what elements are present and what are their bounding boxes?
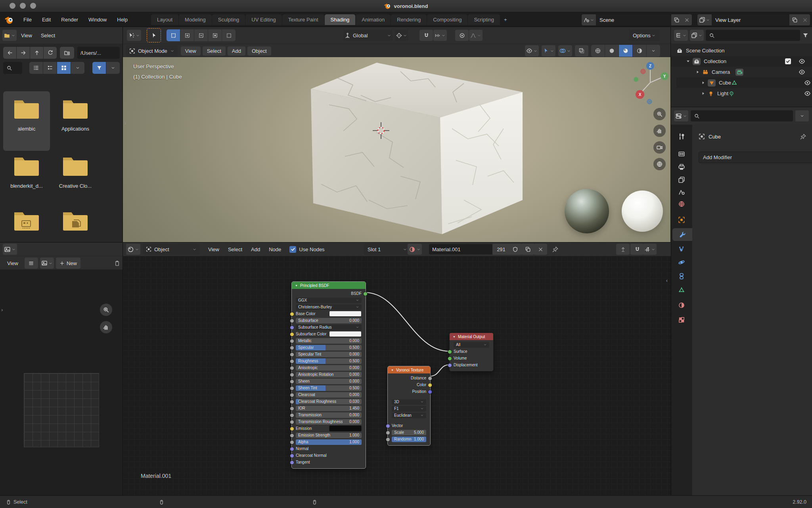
- node-snap-toggle[interactable]: [630, 244, 644, 255]
- shader-menu-node[interactable]: Node: [264, 245, 285, 254]
- properties-editor-type-button[interactable]: [674, 110, 688, 121]
- proportional-falloff-dropdown[interactable]: [469, 30, 483, 41]
- node-input-anisotropic-rotation[interactable]: Anisotropic Rotation0.000: [296, 371, 362, 378]
- display-thumbnails-button[interactable]: [57, 62, 71, 74]
- path-field[interactable]: /Users/...: [77, 47, 120, 59]
- viewport-perspective-button[interactable]: [653, 158, 666, 170]
- sidebar-toggle-chevron[interactable]: ›: [1, 307, 3, 313]
- node-value[interactable]: Transmission0.000: [296, 412, 362, 418]
- color-swatch[interactable]: [329, 425, 362, 431]
- node-input-emission-strength[interactable]: Emission Strength1.000: [296, 432, 362, 439]
- collapse-icon[interactable]: ▼: [391, 369, 394, 371]
- display-list-horizontal-button[interactable]: [43, 62, 57, 74]
- node-input-subsurface-color[interactable]: Subsurface Color: [296, 331, 362, 337]
- fake-user-button[interactable]: [508, 244, 522, 255]
- image-editor-canvas[interactable]: ›: [0, 269, 123, 495]
- node-input-f1[interactable]: F1: [392, 405, 426, 412]
- viewport-menu-view[interactable]: View: [181, 46, 201, 56]
- node-value[interactable]: Anisotropic0.000: [296, 365, 362, 371]
- node-input-3d[interactable]: 3D: [392, 398, 426, 405]
- gray-socket[interactable]: [290, 406, 294, 411]
- node-value[interactable]: IOR1.450: [296, 406, 362, 411]
- image-pan-button[interactable]: [100, 321, 112, 333]
- tab-compositing[interactable]: Compositing: [427, 14, 467, 25]
- material-name-field[interactable]: Material.001: [429, 244, 492, 254]
- mode-dropdown[interactable]: Object Mode: [126, 45, 178, 56]
- blue-socket[interactable]: [428, 390, 432, 394]
- view-layer-new-button[interactable]: [789, 14, 800, 25]
- node-value[interactable]: Clearcoat0.000: [296, 392, 362, 398]
- browse-image-button[interactable]: [40, 258, 54, 269]
- overlays-dropdown[interactable]: [558, 45, 572, 56]
- gray-socket[interactable]: [290, 352, 294, 357]
- node-slider[interactable]: Alpha1.000: [296, 439, 362, 445]
- hide-toggle[interactable]: [799, 58, 805, 65]
- folder-item[interactable]: Applications: [52, 91, 99, 151]
- tweak-tool-dropdown[interactable]: [127, 30, 141, 41]
- image-editor-type-button[interactable]: [3, 244, 17, 255]
- tab-layout[interactable]: Layout: [151, 14, 178, 25]
- node-input-anisotropic[interactable]: Anisotropic0.000: [296, 364, 362, 371]
- active-tool-button[interactable]: [147, 28, 161, 42]
- properties-tab-view-layer[interactable]: [671, 173, 692, 186]
- use-nodes-toggle[interactable]: Use Nodes: [289, 246, 324, 253]
- node-input-sheen[interactable]: Sheen0.000: [296, 378, 362, 385]
- node-voronoi-texture[interactable]: ▼Voronoi TextureDistanceColorPosition3DF…: [387, 366, 431, 446]
- collapse-icon[interactable]: [686, 59, 690, 64]
- node-slider[interactable]: Randomness1.000: [392, 437, 426, 442]
- properties-tab-tool[interactable]: [671, 130, 692, 143]
- menu-help[interactable]: Help: [112, 15, 133, 24]
- shader-menu-view[interactable]: View: [204, 245, 224, 254]
- expand-icon[interactable]: [701, 81, 705, 85]
- properties-tab-scene[interactable]: [671, 186, 692, 198]
- yellow-socket[interactable]: [290, 427, 294, 431]
- menu-file[interactable]: File: [18, 15, 37, 24]
- outliner-filter-mode-dropdown[interactable]: [690, 30, 704, 41]
- shader-type-dropdown[interactable]: Object: [143, 244, 200, 255]
- select-mode-extend-button[interactable]: [180, 29, 194, 41]
- menu-edit[interactable]: Edit: [37, 15, 56, 24]
- shader-editor-type-button[interactable]: [126, 244, 140, 255]
- node-dropdown[interactable]: All: [454, 342, 489, 348]
- node-input-base-color[interactable]: Base Color: [296, 310, 362, 317]
- purple-socket[interactable]: [448, 363, 452, 368]
- node-dropdown[interactable]: F1: [392, 406, 426, 412]
- menu-render[interactable]: Render: [56, 15, 83, 24]
- node-dropdown[interactable]: Subsurface Radius: [296, 325, 362, 330]
- properties-tab-object[interactable]: [671, 214, 692, 226]
- pivot-point-dropdown[interactable]: [395, 30, 408, 41]
- node-input-transmission-roughness[interactable]: Transmission Roughness0.000: [296, 418, 362, 425]
- purple-socket[interactable]: [290, 460, 294, 465]
- folder-item[interactable]: blenderkit_d...: [3, 148, 50, 208]
- image-pin-menu-button[interactable]: [25, 258, 38, 269]
- node-snap-dropdown[interactable]: [643, 244, 657, 255]
- refresh-button[interactable]: [44, 47, 57, 59]
- blender-menu-icon[interactable]: [5, 15, 14, 25]
- node-value[interactable]: Metallic0.000: [296, 338, 362, 344]
- reroute-button[interactable]: [616, 244, 630, 255]
- node-input-subsurface[interactable]: Subsurface0.000: [296, 317, 362, 324]
- folder-item[interactable]: alembic: [3, 91, 50, 151]
- forward-button[interactable]: [17, 47, 30, 59]
- node-input-all[interactable]: All: [454, 341, 489, 348]
- outliner-filter-icon[interactable]: [802, 32, 809, 39]
- snap-settings-dropdown[interactable]: [433, 30, 447, 41]
- node-material-output[interactable]: ▼Material OutputAllSurfaceVolumeDisplace…: [449, 333, 494, 371]
- node-value[interactable]: Transmission Roughness0.000: [296, 419, 362, 425]
- node-input-alpha[interactable]: Alpha1.000: [296, 439, 362, 445]
- hide-toggle[interactable]: [804, 79, 811, 86]
- shader-canvas[interactable]: ▼Principled BSDFBSDFGGXChristensen-Burle…: [123, 256, 671, 495]
- tab-shading[interactable]: Shading: [325, 14, 356, 25]
- shader-menu-select[interactable]: Select: [224, 245, 247, 254]
- color-swatch[interactable]: [329, 311, 362, 317]
- properties-tab-data[interactable]: [671, 284, 692, 296]
- gray-socket[interactable]: [428, 376, 432, 381]
- display-list-vertical-button[interactable]: [29, 62, 43, 74]
- gray-socket[interactable]: [290, 420, 294, 424]
- properties-tab-world[interactable]: [671, 198, 692, 210]
- outliner-row-collection[interactable]: Collection: [671, 56, 812, 67]
- slot-dropdown[interactable]: Slot 1: [364, 244, 411, 255]
- yellow-socket[interactable]: [290, 332, 294, 337]
- outliner-row-scene-collection[interactable]: Scene Collection: [671, 45, 812, 56]
- node-slider[interactable]: Clearcoat Roughness0.030: [296, 399, 362, 404]
